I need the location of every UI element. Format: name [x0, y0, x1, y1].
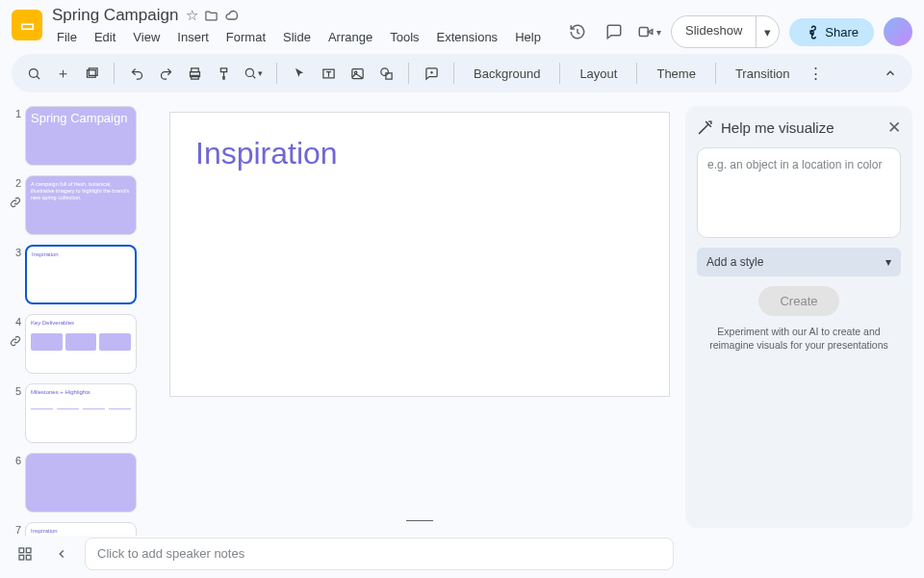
menu-bar: File Edit View Insert Format Slide Arran… [50, 27, 556, 47]
thumb-row[interactable]: 6 [10, 453, 150, 512]
slides-app-icon[interactable]: ▭ [12, 10, 42, 40]
share-label: Share [825, 25, 859, 39]
link-icon[interactable] [10, 197, 21, 208]
slide-heading[interactable]: Inspiration [195, 136, 644, 171]
menu-arrange[interactable]: Arrange [321, 27, 379, 47]
slideshow-caret[interactable]: ▾ [756, 16, 779, 47]
speaker-notes-input[interactable]: Click to add speaker notes [85, 538, 674, 570]
textbox-icon[interactable] [316, 61, 341, 86]
menu-help[interactable]: Help [508, 27, 548, 47]
svg-point-10 [380, 67, 388, 75]
share-button[interactable]: Share [789, 18, 874, 46]
svg-rect-12 [19, 548, 24, 553]
prompt-input[interactable] [697, 147, 901, 238]
title-bar: ▭ Spring Campaign ☆ File Edit View Inser… [0, 0, 924, 48]
zoom-icon[interactable]: ▾ [240, 61, 267, 86]
thumb-row[interactable]: 3 Inspiration [10, 245, 150, 304]
chevron-down-icon: ▾ [886, 255, 891, 269]
thumb-row[interactable]: 4 Key Deliverables [10, 314, 150, 374]
account-avatar[interactable] [884, 17, 912, 46]
svg-rect-15 [26, 555, 31, 560]
print-icon[interactable] [182, 61, 207, 86]
slide-canvas[interactable]: Inspiration [169, 112, 670, 397]
comment-insert-icon[interactable] [419, 61, 444, 86]
move-folder-icon[interactable] [204, 9, 218, 23]
slideshow-label[interactable]: Slideshow [672, 16, 756, 47]
thumb-row[interactable]: 1 Spring Campaign [10, 106, 150, 166]
thumb-slide-1[interactable]: Spring Campaign [25, 106, 137, 166]
menu-slide[interactable]: Slide [276, 27, 318, 47]
close-icon[interactable]: ✕ [887, 118, 901, 138]
doc-title[interactable]: Spring Campaign [50, 6, 180, 25]
star-icon[interactable]: ☆ [186, 7, 198, 24]
svg-rect-11 [385, 72, 391, 78]
thumb-body: A campaign full of fresh, botanical, ill… [31, 181, 131, 201]
thumb-num: 3 [10, 245, 21, 304]
layout-button[interactable]: Layout [570, 66, 627, 81]
svg-rect-13 [26, 548, 31, 553]
thumb-row[interactable]: 5 Milestones + Highlights [10, 383, 150, 443]
slideshow-button[interactable]: Slideshow ▾ [671, 15, 780, 48]
thumb-title: Spring Campaign [31, 112, 131, 125]
explore-icon[interactable] [12, 540, 38, 567]
thumb-slide-4[interactable]: Key Deliverables [25, 314, 137, 374]
thumb-heading: Inspiration [31, 528, 131, 534]
menu-format[interactable]: Format [219, 27, 272, 47]
thumb-heading: Key Deliverables [31, 320, 131, 326]
comment-icon[interactable] [601, 18, 628, 45]
menu-file[interactable]: File [50, 27, 84, 47]
thumb-slide-6[interactable] [25, 453, 137, 512]
history-icon[interactable] [564, 18, 591, 45]
thumb-slide-3[interactable]: Inspiration [25, 245, 137, 304]
thumb-slide-5[interactable]: Milestones + Highlights [25, 383, 137, 443]
thumb-num: 7 [10, 522, 21, 536]
style-dropdown[interactable]: Add a style ▾ [697, 248, 901, 276]
background-button[interactable]: Background [464, 66, 550, 81]
new-slide-icon[interactable]: ＋ [50, 61, 75, 86]
slide-thumbnail-panel[interactable]: 1 Spring Campaign 2 A campaign full of f… [0, 98, 154, 536]
menu-view[interactable]: View [126, 27, 167, 47]
doc-title-row: Spring Campaign ☆ [50, 6, 556, 25]
sparkle-icon [697, 119, 713, 136]
menu-edit[interactable]: Edit [88, 27, 122, 47]
svg-point-6 [245, 68, 253, 76]
toolbar-collapse-icon[interactable] [878, 61, 903, 86]
thumb-row[interactable]: 7 Inspiration [10, 522, 150, 536]
theme-button[interactable]: Theme [647, 66, 705, 81]
bottom-bar: Click to add speaker notes [0, 536, 924, 578]
video-call-icon[interactable]: ▾ [637, 18, 661, 45]
menu-insert[interactable]: Insert [170, 27, 216, 47]
thumb-heading: Inspiration [32, 251, 130, 257]
notes-resize-handle[interactable] [406, 520, 433, 524]
side-hint: Experiment with our AI to create and rei… [697, 326, 901, 352]
style-label: Add a style [706, 255, 763, 269]
svg-point-1 [29, 68, 38, 77]
undo-icon[interactable] [124, 61, 149, 86]
canvas-area: Inspiration [154, 98, 685, 536]
thumb-slide-2[interactable]: A campaign full of fresh, botanical, ill… [25, 175, 137, 235]
new-slide-templates-icon[interactable] [79, 61, 104, 86]
paint-format-icon[interactable] [211, 61, 236, 86]
thumb-row[interactable]: 2 A campaign full of fresh, botanical, i… [10, 175, 150, 235]
create-button[interactable]: Create [758, 286, 838, 316]
help-visualize-panel: Help me visualize ✕ Add a style ▾ Create… [685, 106, 912, 528]
menu-tools[interactable]: Tools [383, 27, 425, 47]
shape-icon[interactable] [373, 61, 398, 86]
image-icon[interactable] [345, 61, 370, 86]
search-menus-icon[interactable] [21, 61, 46, 86]
transition-button[interactable]: Transition [726, 66, 800, 81]
toolbar-more-icon[interactable]: ⋮ [804, 61, 829, 86]
prev-slide-icon[interactable] [48, 540, 75, 567]
thumb-num: 5 [10, 383, 21, 443]
thumb-heading: Milestones + Highlights [31, 389, 131, 395]
select-tool-icon[interactable] [287, 61, 312, 86]
menu-extensions[interactable]: Extensions [430, 27, 505, 47]
link-icon[interactable] [10, 335, 21, 347]
main-area: 1 Spring Campaign 2 A campaign full of f… [0, 98, 924, 536]
thumb-slide-7[interactable]: Inspiration [25, 522, 137, 536]
thumb-num: 4 [10, 314, 21, 328]
svg-rect-14 [19, 555, 24, 560]
cloud-status-icon[interactable] [224, 8, 240, 23]
redo-icon[interactable] [153, 61, 178, 86]
thumb-num: 6 [10, 453, 21, 512]
